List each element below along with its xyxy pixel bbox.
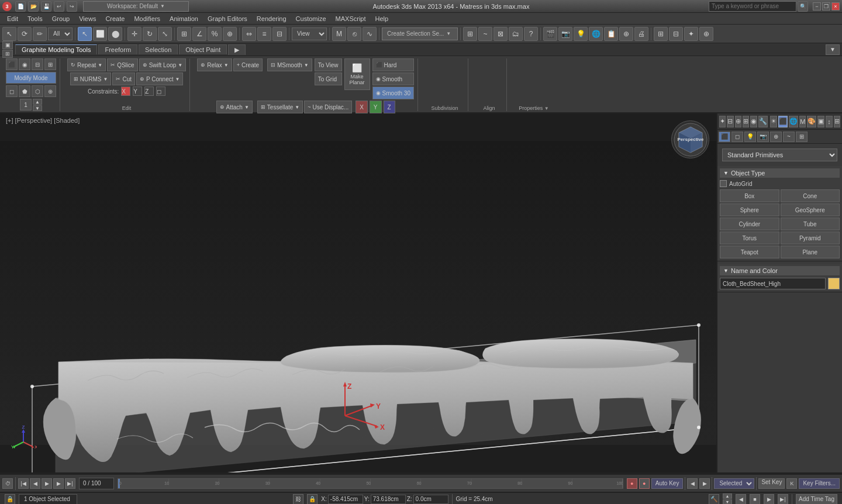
autogrid-checkbox[interactable] bbox=[720, 180, 727, 187]
poly-icon-1[interactable]: ⬛ bbox=[6, 58, 18, 70]
select-region-rect[interactable]: ⬜ bbox=[93, 27, 107, 41]
object-type-header[interactable]: ▼ Object Type bbox=[720, 168, 840, 178]
key-filters-label[interactable]: Key Filters... bbox=[799, 478, 840, 489]
obj-cylinder[interactable]: Cylinder bbox=[720, 218, 779, 230]
next-key[interactable]: ▶ bbox=[699, 478, 710, 489]
auto-key-label[interactable]: Auto Key bbox=[651, 478, 684, 489]
snap-tool[interactable]: ⊞ bbox=[177, 27, 191, 41]
key-filters-btn[interactable]: K bbox=[786, 478, 797, 489]
modify-tab[interactable]: ⊟ bbox=[727, 116, 733, 127]
axis-x-btn[interactable]: X bbox=[356, 101, 368, 113]
poly-sub-3[interactable]: ⬡ bbox=[32, 85, 43, 97]
to-view-btn[interactable]: To View bbox=[315, 58, 342, 71]
extra-4[interactable]: ⊕ bbox=[699, 27, 713, 41]
mirror-tool[interactable]: ⇔ bbox=[242, 27, 256, 41]
restore-button[interactable]: ❐ bbox=[822, 2, 830, 11]
y-coord[interactable] bbox=[371, 495, 406, 504]
poly-sub-1[interactable]: ◻ bbox=[6, 85, 18, 97]
menu-graph-editors[interactable]: Graph Editors bbox=[203, 14, 252, 23]
batch-render[interactable]: ⊕ bbox=[619, 27, 633, 41]
smooth30-btn[interactable]: ◉ Smooth 30 bbox=[372, 87, 414, 99]
spin-down[interactable]: ▼ bbox=[33, 105, 42, 111]
set-key-btn[interactable]: Set Key bbox=[758, 478, 785, 489]
redo-button[interactable]: ↪ bbox=[67, 1, 77, 12]
object-name-input[interactable] bbox=[720, 278, 826, 289]
poly-sub-4[interactable]: ⊕ bbox=[44, 85, 56, 97]
minimize-button[interactable]: − bbox=[813, 2, 821, 11]
track-view[interactable]: ⊞ bbox=[463, 27, 477, 41]
align-tool[interactable]: ≡ bbox=[257, 27, 271, 41]
hierarchy-tab[interactable]: ⊕ bbox=[735, 116, 741, 127]
bind-space-warp[interactable]: ∿ bbox=[363, 27, 377, 41]
num-spinners[interactable]: ▲ ▼ bbox=[33, 99, 42, 111]
obj-sphere[interactable]: Sphere bbox=[720, 203, 779, 216]
x-coord[interactable] bbox=[328, 495, 363, 504]
add-time-tag-btn[interactable]: Add Time Tag bbox=[796, 494, 837, 505]
spin-up[interactable]: ▲ bbox=[33, 99, 42, 105]
hard-btn[interactable]: ⬛ Hard bbox=[372, 58, 414, 71]
named-selection-set[interactable]: Create Selection Se... ▼ bbox=[382, 27, 458, 40]
ribbon-collapse[interactable]: ▼ bbox=[826, 44, 840, 55]
time-config-btn[interactable]: ⏱ bbox=[2, 478, 13, 489]
menu-create[interactable]: Create bbox=[101, 14, 129, 23]
axis-z-btn[interactable]: Z bbox=[384, 101, 395, 113]
color-swatch[interactable] bbox=[828, 278, 840, 289]
angle-snap[interactable]: ∠ bbox=[192, 27, 206, 41]
tab-graphite-modeling[interactable]: Graphite Modeling Tools bbox=[15, 44, 97, 54]
attach-btn[interactable]: ⊕ Attach ▼ bbox=[216, 101, 253, 113]
auto-key-btn[interactable]: ● bbox=[639, 478, 650, 489]
stop-btn[interactable]: ■ bbox=[750, 494, 760, 505]
new-button[interactable]: 📄 bbox=[15, 1, 26, 12]
poly-icon-3[interactable]: ⊟ bbox=[32, 58, 43, 70]
menu-customize[interactable]: Customize bbox=[291, 14, 331, 23]
axis-y-btn[interactable]: Y bbox=[370, 101, 382, 113]
menu-tools[interactable]: Tools bbox=[23, 14, 47, 23]
select-btn[interactable]: ↖ bbox=[78, 27, 92, 41]
subtab-shape[interactable]: ◻ bbox=[731, 132, 743, 142]
relax-btn[interactable]: ⊕ Relax ▼ bbox=[197, 58, 232, 71]
extra-right2[interactable]: ⊞ bbox=[834, 116, 840, 127]
color-clip[interactable]: 🎨 bbox=[807, 116, 816, 127]
curve-editor[interactable]: ~ bbox=[478, 27, 492, 41]
subtab-systems[interactable]: ⊞ bbox=[796, 132, 808, 142]
layer-mgr[interactable]: ⊟ bbox=[272, 27, 287, 41]
paint-select[interactable]: ✏ bbox=[33, 27, 47, 41]
swift-loop-btn[interactable]: ⊕ Swift Loop ▼ bbox=[139, 58, 187, 71]
tab-freeform[interactable]: Freeform bbox=[98, 44, 137, 54]
constraint-y[interactable]: Y bbox=[133, 87, 142, 96]
smooth-btn[interactable]: ◉ Smooth bbox=[372, 73, 414, 85]
freehand-select[interactable]: ⟳ bbox=[18, 27, 32, 41]
close-button[interactable]: × bbox=[831, 2, 840, 11]
prev-frame-btn[interactable]: ◀ bbox=[30, 478, 40, 489]
menu-edit[interactable]: Edit bbox=[2, 14, 23, 23]
key-up[interactable]: ▲ bbox=[723, 493, 732, 499]
play-fwd-btn[interactable]: ▶ bbox=[764, 494, 774, 505]
lock-icon2[interactable]: 🔒 bbox=[307, 494, 318, 505]
lock-btn[interactable]: 🔒 bbox=[5, 494, 15, 505]
viewport[interactable]: [+] [Perspective] [Shaded] bbox=[0, 113, 716, 472]
create-geo-btn[interactable]: + Create bbox=[233, 58, 263, 71]
render-settings[interactable]: ⬛ bbox=[778, 116, 788, 127]
select-region-circle[interactable]: ⬤ bbox=[108, 27, 122, 41]
subtab-geo[interactable]: ⬛ bbox=[719, 132, 730, 142]
menu-help[interactable]: Help bbox=[371, 14, 394, 23]
constraint-x[interactable]: X bbox=[121, 87, 130, 96]
constraint-z[interactable]: Z bbox=[144, 87, 154, 96]
hammer-btn[interactable]: 🔨 bbox=[709, 494, 719, 505]
menu-views[interactable]: Views bbox=[74, 14, 101, 23]
key-down[interactable]: ▼ bbox=[723, 499, 732, 504]
make-planar-btn[interactable]: ⬜ Make Planar bbox=[344, 58, 370, 90]
obj-cone[interactable]: Cone bbox=[781, 189, 840, 202]
env-effects[interactable]: 🌐 bbox=[589, 27, 603, 41]
asset-browser[interactable]: 🗂 bbox=[509, 27, 523, 41]
menu-rendering[interactable]: Rendering bbox=[252, 14, 291, 23]
spinner-snap[interactable]: ⊕ bbox=[223, 27, 237, 41]
repeat-btn[interactable]: ↻ Repeat ▼ bbox=[67, 58, 106, 71]
render-setup[interactable]: 🎬 bbox=[543, 27, 557, 41]
workspace-selector[interactable]: Workspace: Default ▼ bbox=[83, 1, 189, 12]
nurms-btn[interactable]: ⊞ NURMS ▼ bbox=[70, 73, 112, 85]
save-button[interactable]: 💾 bbox=[41, 1, 51, 12]
motion-tab[interactable]: ⊞ bbox=[743, 116, 749, 127]
material-editor[interactable]: M bbox=[332, 27, 346, 41]
tab-selection[interactable]: Selection bbox=[139, 44, 178, 54]
